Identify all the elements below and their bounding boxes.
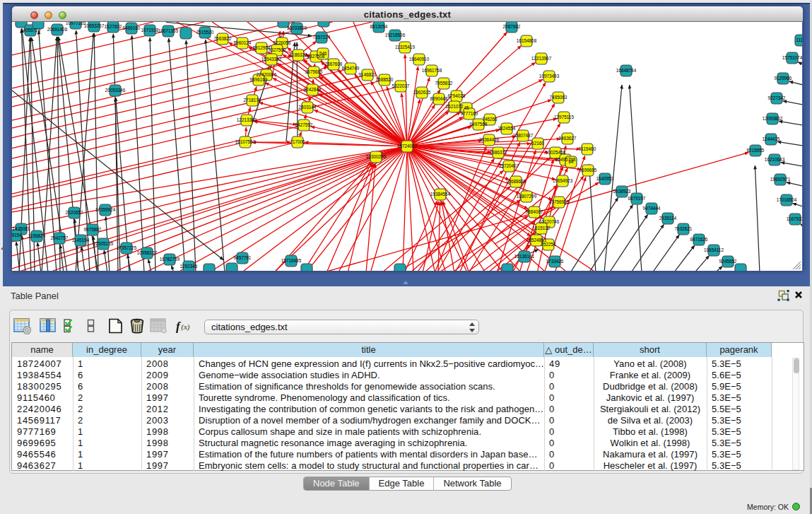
svg-text:20364436: 20364436 xyxy=(479,137,500,142)
svg-text:1733426: 1733426 xyxy=(546,259,564,264)
svg-text:5322037: 5322037 xyxy=(392,83,410,88)
svg-text:62160: 62160 xyxy=(531,141,544,146)
svg-text:1527602: 1527602 xyxy=(105,24,122,29)
svg-text:16648784: 16648784 xyxy=(616,68,637,73)
svg-text:1435081: 1435081 xyxy=(13,226,30,231)
svg-text:10958107: 10958107 xyxy=(137,250,158,255)
svg-text:2803144: 2803144 xyxy=(299,105,317,110)
svg-text:10025458: 10025458 xyxy=(546,150,566,155)
svg-text:9146821: 9146821 xyxy=(359,72,377,77)
svg-text:9245652: 9245652 xyxy=(719,259,737,264)
svg-text:3824554: 3824554 xyxy=(498,126,516,131)
svg-text:9463627: 9463627 xyxy=(559,136,577,141)
svg-text:16154808: 16154808 xyxy=(517,38,537,43)
svg-text:9115460: 9115460 xyxy=(579,146,596,151)
svg-text:12505135: 12505135 xyxy=(93,241,114,246)
svg-text:8960124: 8960124 xyxy=(234,40,252,45)
svg-text:39154: 39154 xyxy=(12,233,22,238)
svg-text:18724007: 18724007 xyxy=(397,144,418,148)
svg-text:17357225: 17357225 xyxy=(117,245,137,250)
svg-text:19692971: 19692971 xyxy=(770,177,791,182)
svg-text:16107553: 16107553 xyxy=(235,139,256,144)
svg-text:9227342: 9227342 xyxy=(768,95,786,100)
svg-text:1117: 1117 xyxy=(796,37,802,42)
svg-text:10653267: 10653267 xyxy=(84,23,105,28)
svg-text:19654923: 19654923 xyxy=(553,178,573,183)
svg-text:12975115: 12975115 xyxy=(554,115,574,119)
svg-text:10973493: 10973493 xyxy=(539,74,560,78)
svg-text:5226058: 5226058 xyxy=(273,40,291,45)
svg-text:9975887: 9975887 xyxy=(84,227,102,232)
svg-text:12213389: 12213389 xyxy=(237,117,257,122)
svg-text:1156829: 1156829 xyxy=(28,233,46,238)
svg-text:7632621: 7632621 xyxy=(675,226,693,231)
svg-text:1167533: 1167533 xyxy=(787,216,802,221)
svg-text:10977165: 10977165 xyxy=(66,22,86,25)
svg-text:9699695: 9699695 xyxy=(579,168,597,173)
svg-text:252254: 252254 xyxy=(541,242,556,247)
svg-text:8427552: 8427552 xyxy=(295,122,313,127)
svg-text:2867608: 2867608 xyxy=(325,62,343,66)
svg-text:6879197: 6879197 xyxy=(628,196,646,201)
svg-text:16136141: 16136141 xyxy=(514,254,535,259)
svg-text:1640953: 1640953 xyxy=(596,176,614,181)
svg-text:16671355: 16671355 xyxy=(158,28,179,33)
svg-text:1621072: 1621072 xyxy=(446,104,464,109)
svg-text:7485063: 7485063 xyxy=(550,95,567,100)
svg-text:16210643: 16210643 xyxy=(765,157,785,162)
svg-text:6497568: 6497568 xyxy=(470,122,488,127)
svg-text:546: 546 xyxy=(319,51,327,56)
svg-text:9474444: 9474444 xyxy=(643,206,661,211)
svg-text:7663822: 7663822 xyxy=(214,36,232,41)
svg-text:9896169: 9896169 xyxy=(250,77,268,82)
svg-text:1362615: 1362615 xyxy=(413,90,431,95)
svg-text:8471626: 8471626 xyxy=(690,237,708,242)
svg-text:2087682: 2087682 xyxy=(503,24,521,29)
svg-text:2020657: 2020657 xyxy=(66,210,83,215)
svg-text:16961758: 16961758 xyxy=(422,68,442,73)
svg-text:22420046: 22420046 xyxy=(257,72,277,77)
svg-text:9242848: 9242848 xyxy=(304,87,322,92)
svg-text:15720407: 15720407 xyxy=(499,163,519,168)
svg-text:9457791: 9457791 xyxy=(234,255,252,260)
svg-text:14055724: 14055724 xyxy=(20,28,41,33)
svg-text:16782759: 16782759 xyxy=(160,257,180,262)
svg-text:3675685: 3675685 xyxy=(305,69,323,74)
svg-text:17016504: 17016504 xyxy=(777,197,797,202)
svg-text:2718176: 2718176 xyxy=(244,98,261,103)
svg-text:6466160: 6466160 xyxy=(123,25,141,30)
svg-text:10654112: 10654112 xyxy=(704,247,724,252)
svg-text:8813054: 8813054 xyxy=(370,24,388,29)
svg-text:9884067: 9884067 xyxy=(526,209,543,214)
svg-text:7515520: 7515520 xyxy=(196,30,214,35)
svg-text:18807299: 18807299 xyxy=(517,194,537,199)
svg-text:15716485: 15716485 xyxy=(281,258,302,263)
svg-text:84: 84 xyxy=(568,159,574,164)
svg-text:1588520: 1588520 xyxy=(376,77,394,82)
svg-text:7357224: 7357224 xyxy=(313,35,331,40)
svg-text:2942757: 2942757 xyxy=(51,235,69,240)
svg-text:18300295: 18300295 xyxy=(366,154,387,159)
svg-text:8215955: 8215955 xyxy=(747,148,765,153)
svg-text:19218506: 19218506 xyxy=(385,33,406,37)
svg-text:1071918: 1071918 xyxy=(141,28,159,33)
svg-text:1292346: 1292346 xyxy=(180,264,198,269)
svg-text:11325419: 11325419 xyxy=(395,45,415,49)
svg-text:17359924: 17359924 xyxy=(95,207,116,212)
svg-text:10807487: 10807487 xyxy=(513,133,534,138)
svg-text:1145194: 1145194 xyxy=(72,238,90,243)
svg-text:10688609: 10688609 xyxy=(506,179,526,184)
svg-text:9777169: 9777169 xyxy=(461,111,478,116)
svg-text:45: 45 xyxy=(464,105,469,110)
svg-text:2935114: 2935114 xyxy=(659,216,677,221)
svg-text:1244415: 1244415 xyxy=(763,136,780,141)
svg-text:7955812: 7955812 xyxy=(435,81,453,86)
svg-text:7986372: 7986372 xyxy=(490,150,507,155)
svg-text:6794028: 6794028 xyxy=(448,93,466,98)
svg-text:9129966: 9129966 xyxy=(775,76,792,81)
svg-text:12093832: 12093832 xyxy=(763,116,783,121)
svg-text:18640910: 18640910 xyxy=(409,57,430,62)
svg-text:19756928: 19756928 xyxy=(549,199,570,204)
svg-text:(x): (x) xyxy=(181,322,190,332)
svg-text:19384554: 19384554 xyxy=(430,192,451,197)
